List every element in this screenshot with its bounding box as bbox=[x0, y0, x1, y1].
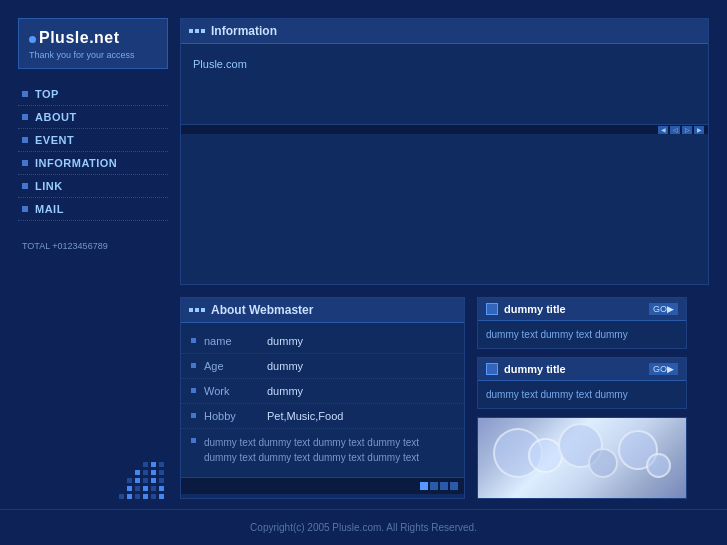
information-box: Information Plusle.com ◀ ◁ ▷ ▶ bbox=[180, 18, 709, 285]
sidebar-item-event[interactable]: EVENT bbox=[18, 129, 168, 152]
card-1-header: dummy title GO▶ bbox=[478, 298, 686, 321]
hdr-dot bbox=[195, 308, 199, 312]
information-header: Information bbox=[181, 19, 708, 44]
scroll-right[interactable]: ▶ bbox=[694, 126, 704, 134]
row-bullet bbox=[191, 413, 196, 418]
site-logo: Plusle.net bbox=[39, 29, 120, 46]
total-count: TOTAL +0123456789 bbox=[18, 241, 168, 251]
page-dot-3[interactable] bbox=[440, 482, 448, 490]
scroll-right2[interactable]: ▷ bbox=[682, 126, 692, 134]
about-table: name dummy Age dummy Work dummy bbox=[181, 323, 464, 477]
card-1-title: dummy title bbox=[504, 303, 643, 315]
information-text: Plusle.com bbox=[193, 58, 247, 70]
nav-menu: TOP ABOUT EVENT INFORMATION LINK bbox=[18, 83, 168, 221]
page-dot-4[interactable] bbox=[450, 482, 458, 490]
hdr-dot bbox=[189, 29, 193, 33]
hdr-dot bbox=[201, 29, 205, 33]
sidebar-item-label: TOP bbox=[35, 88, 59, 100]
label-name: name bbox=[204, 335, 259, 347]
card-1: dummy title GO▶ dummy text dummy text du… bbox=[477, 297, 687, 349]
sidebar-item-top[interactable]: TOP bbox=[18, 83, 168, 106]
card-2-header: dummy title GO▶ bbox=[478, 358, 686, 381]
nav-bullet bbox=[22, 91, 28, 97]
row-bullet bbox=[191, 438, 196, 443]
card-1-icon bbox=[486, 303, 498, 315]
sidebar-item-label: ABOUT bbox=[35, 111, 77, 123]
scroll-left2[interactable]: ◁ bbox=[670, 126, 680, 134]
sidebar-item-label: EVENT bbox=[35, 134, 74, 146]
copyright-text: Copyright(c) 2005 Plusle.com. All Rights… bbox=[250, 522, 477, 533]
circle-4 bbox=[588, 448, 618, 478]
header-dots bbox=[189, 308, 205, 312]
site-tagline: Thank you for your access bbox=[29, 50, 157, 60]
page-dot-2[interactable] bbox=[430, 482, 438, 490]
information-title: Information bbox=[211, 24, 277, 38]
value-age: dummy bbox=[267, 360, 303, 372]
sidebar-item-information[interactable]: INFORMATION bbox=[18, 152, 168, 175]
card-2-text: dummy text dummy text dummy bbox=[478, 381, 686, 408]
about-header: About Webmaster bbox=[181, 298, 464, 323]
content-area: Information Plusle.com ◀ ◁ ▷ ▶ bbox=[180, 18, 709, 499]
value-work: dummy bbox=[267, 385, 303, 397]
card-2-icon bbox=[486, 363, 498, 375]
sidebar-item-mail[interactable]: MAIL bbox=[18, 198, 168, 221]
nav-bullet bbox=[22, 114, 28, 120]
image-placeholder bbox=[478, 418, 686, 498]
circle-6 bbox=[646, 453, 671, 478]
nav-bullet bbox=[22, 183, 28, 189]
footer: Copyright(c) 2005 Plusle.com. All Rights… bbox=[0, 509, 727, 545]
bottom-row: About Webmaster name dummy Age dummy bbox=[180, 297, 709, 499]
hdr-dot bbox=[189, 308, 193, 312]
main-layout: Plusle.net Thank you for your access TOP… bbox=[0, 0, 727, 509]
hdr-dot bbox=[201, 308, 205, 312]
logo-area: Plusle.net Thank you for your access bbox=[18, 18, 168, 69]
label-age: Age bbox=[204, 360, 259, 372]
logo-dot bbox=[29, 36, 36, 43]
scroll-left[interactable]: ◀ bbox=[658, 126, 668, 134]
card-2-go-button[interactable]: GO▶ bbox=[649, 363, 678, 375]
about-row-desc: dummy text dummy text dummy text dummy t… bbox=[181, 429, 464, 471]
nav-bullet bbox=[22, 137, 28, 143]
information-content: Plusle.com bbox=[181, 44, 708, 124]
page-wrapper: Plusle.net Thank you for your access TOP… bbox=[0, 0, 727, 545]
value-hobby: Pet,Music,Food bbox=[267, 410, 343, 422]
card-1-go-button[interactable]: GO▶ bbox=[649, 303, 678, 315]
right-column: dummy title GO▶ dummy text dummy text du… bbox=[477, 297, 687, 499]
about-row-age: Age dummy bbox=[181, 354, 464, 379]
about-row-name: name dummy bbox=[181, 329, 464, 354]
value-name: dummy bbox=[267, 335, 303, 347]
sidebar-item-label: LINK bbox=[35, 180, 63, 192]
about-box: About Webmaster name dummy Age dummy bbox=[180, 297, 465, 499]
nav-bullet bbox=[22, 206, 28, 212]
card-2-title: dummy title bbox=[504, 363, 643, 375]
row-bullet bbox=[191, 338, 196, 343]
sidebar-item-label: INFORMATION bbox=[35, 157, 117, 169]
label-work: Work bbox=[204, 385, 259, 397]
about-row-work: Work dummy bbox=[181, 379, 464, 404]
header-dots bbox=[189, 29, 205, 33]
row-bullet bbox=[191, 388, 196, 393]
sidebar: Plusle.net Thank you for your access TOP… bbox=[18, 18, 168, 499]
row-bullet bbox=[191, 363, 196, 368]
nav-bullet bbox=[22, 160, 28, 166]
sidebar-item-about[interactable]: ABOUT bbox=[18, 106, 168, 129]
decorative-dots bbox=[18, 442, 168, 499]
card-2: dummy title GO▶ dummy text dummy text du… bbox=[477, 357, 687, 409]
about-pagination bbox=[181, 477, 464, 494]
sidebar-item-link[interactable]: LINK bbox=[18, 175, 168, 198]
image-box bbox=[477, 417, 687, 499]
information-scrollbar: ◀ ◁ ▷ ▶ bbox=[181, 124, 708, 134]
card-1-text: dummy text dummy text dummy bbox=[478, 321, 686, 348]
label-hobby: Hobby bbox=[204, 410, 259, 422]
about-description: dummy text dummy text dummy text dummy t… bbox=[204, 435, 454, 465]
about-row-hobby: Hobby Pet,Music,Food bbox=[181, 404, 464, 429]
hdr-dot bbox=[195, 29, 199, 33]
page-dot-1[interactable] bbox=[420, 482, 428, 490]
about-title: About Webmaster bbox=[211, 303, 313, 317]
sidebar-item-label: MAIL bbox=[35, 203, 64, 215]
